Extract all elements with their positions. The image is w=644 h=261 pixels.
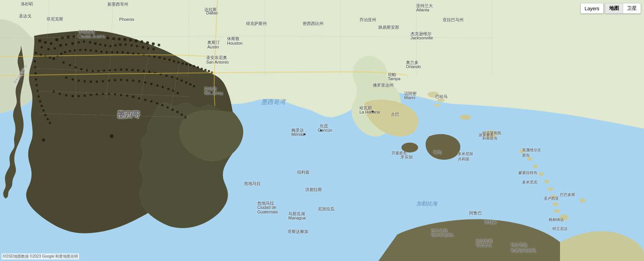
svg-point-107: [39, 100, 41, 103]
svg-point-159: [59, 93, 61, 95]
dot-monterrey: [211, 92, 213, 94]
svg-point-39: [158, 44, 160, 47]
svg-point-74: [95, 50, 97, 52]
svg-point-30: [106, 36, 109, 39]
svg-point-169: [120, 94, 122, 96]
svg-point-45: [72, 42, 74, 45]
attribution: ©OSD地图数据 ©2023 Google 和爱地图光明: [2, 253, 79, 259]
svg-point-16: [460, 115, 471, 120]
svg-point-10: [538, 172, 544, 176]
svg-point-3: [437, 98, 445, 102]
svg-point-35: [135, 39, 138, 42]
svg-point-165: [96, 93, 98, 95]
svg-point-52: [109, 45, 112, 47]
svg-point-44: [65, 44, 67, 46]
svg-point-167: [108, 93, 110, 95]
svg-point-67: [60, 53, 62, 55]
svg-point-92: [185, 63, 188, 65]
svg-point-48: [89, 41, 91, 44]
dot-cancun: [320, 130, 322, 132]
svg-point-37: [146, 41, 149, 44]
svg-point-122: [114, 69, 117, 71]
svg-point-134: [180, 79, 183, 82]
svg-point-71: [79, 49, 81, 51]
svg-point-8: [527, 157, 532, 161]
svg-point-54: [119, 44, 122, 46]
svg-point-168: [114, 93, 116, 95]
svg-point-183: [42, 138, 45, 141]
svg-point-139: [72, 78, 74, 81]
map-type-satellite[interactable]: 卫星: [623, 3, 641, 13]
svg-point-33: [123, 38, 126, 41]
svg-point-9: [533, 165, 538, 168]
svg-point-23: [67, 36, 70, 39]
svg-point-126: [137, 69, 139, 71]
svg-point-153: [156, 84, 159, 87]
svg-point-100: [34, 60, 36, 62]
svg-point-90: [177, 61, 180, 64]
layers-button[interactable]: Layers: [580, 3, 604, 14]
svg-point-47: [83, 40, 85, 43]
svg-point-137: [193, 85, 195, 87]
svg-point-58: [142, 46, 145, 49]
svg-point-128: [148, 71, 151, 73]
svg-point-26: [84, 34, 87, 37]
svg-point-40: [40, 46, 43, 48]
svg-point-76: [106, 51, 108, 53]
svg-point-97: [204, 69, 207, 71]
dot-merida: [304, 134, 306, 135]
svg-point-69: [69, 50, 71, 52]
svg-point-175: [156, 102, 158, 104]
svg-point-121: [109, 69, 111, 71]
svg-point-132: [171, 76, 173, 78]
svg-point-12: [548, 187, 554, 191]
svg-point-131: [165, 75, 168, 77]
svg-point-27: [90, 35, 92, 37]
svg-point-2: [428, 92, 439, 98]
svg-point-114: [69, 64, 71, 66]
svg-point-111: [47, 118, 49, 120]
svg-point-160: [65, 94, 67, 96]
svg-point-25: [78, 35, 81, 38]
svg-point-85: [153, 56, 156, 58]
svg-point-24: [73, 36, 75, 38]
svg-point-155: [167, 88, 170, 90]
svg-point-86: [159, 56, 161, 59]
svg-point-150: [138, 80, 140, 82]
svg-point-87: [163, 57, 166, 60]
svg-point-113: [62, 61, 65, 64]
svg-point-118: [92, 70, 94, 72]
svg-point-13: [550, 195, 556, 199]
svg-point-116: [80, 68, 82, 70]
svg-point-135: [185, 81, 187, 84]
svg-point-6: [580, 198, 586, 203]
svg-point-103: [35, 78, 37, 81]
svg-point-91: [182, 62, 184, 65]
svg-point-59: [147, 47, 149, 50]
svg-point-108: [40, 105, 43, 107]
svg-point-55: [124, 44, 127, 46]
svg-point-146: [114, 79, 116, 81]
svg-point-78: [116, 51, 118, 53]
svg-point-62: [40, 54, 42, 56]
svg-point-7: [519, 149, 525, 153]
svg-point-49: [94, 42, 97, 45]
map-type-map[interactable]: 地图: [605, 3, 623, 13]
svg-point-32: [118, 38, 121, 40]
svg-point-60: [152, 48, 155, 50]
svg-point-177: [166, 106, 169, 109]
svg-point-46: [78, 41, 80, 44]
svg-point-43: [59, 44, 62, 47]
svg-point-4: [434, 104, 440, 107]
svg-point-104: [36, 84, 38, 86]
svg-point-98: [208, 70, 210, 72]
svg-point-95: [197, 66, 199, 68]
svg-point-73: [90, 49, 92, 51]
svg-point-140: [78, 79, 80, 82]
svg-point-64: [49, 56, 51, 59]
svg-point-34: [129, 39, 132, 42]
svg-point-173: [144, 99, 146, 101]
svg-point-138: [65, 76, 67, 79]
svg-point-174: [150, 100, 152, 103]
svg-point-5: [559, 214, 568, 221]
